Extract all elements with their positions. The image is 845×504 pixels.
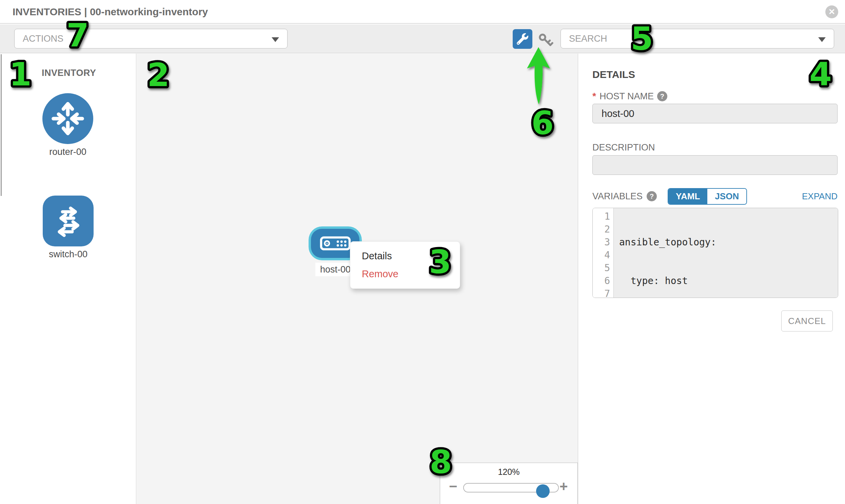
line-number: 5 bbox=[593, 262, 610, 274]
router-icon bbox=[42, 93, 93, 144]
page-title: INVENTORIES | 00-networking-inventory bbox=[13, 0, 208, 24]
help-icon[interactable]: ? bbox=[657, 91, 667, 101]
line-number: 6 bbox=[593, 274, 610, 287]
line-number: 4 bbox=[593, 249, 610, 262]
sidebar-item-label: router-00 bbox=[42, 147, 93, 157]
key-button[interactable] bbox=[537, 32, 554, 49]
description-input[interactable] bbox=[592, 155, 838, 175]
search-dropdown-label: SEARCH bbox=[569, 34, 607, 44]
line-number: 1 bbox=[593, 210, 610, 223]
description-label-row: DESCRIPTION bbox=[592, 142, 655, 153]
zoom-slider-row: − + bbox=[440, 480, 578, 496]
sidebar-item-router-00[interactable]: router-00 bbox=[42, 93, 93, 157]
zoom-slider-thumb[interactable] bbox=[536, 484, 550, 498]
editor-gutter: 1 2 3 4 5 6 7 bbox=[593, 208, 614, 298]
code-line: ansible_topology: bbox=[619, 236, 838, 249]
zoom-out-button[interactable]: − bbox=[449, 478, 457, 494]
topology-canvas[interactable]: host-00 Details Remove 120% − + bbox=[137, 54, 578, 504]
wrench-icon bbox=[517, 33, 528, 45]
inventory-sidebar: INVENTORY router-00 bbox=[0, 54, 136, 504]
switch-icon bbox=[43, 196, 93, 247]
description-label: DESCRIPTION bbox=[592, 142, 655, 153]
code-line: type: host bbox=[619, 274, 838, 287]
inventory-heading: INVENTORY bbox=[42, 68, 96, 78]
yaml-toggle-button[interactable]: YAML bbox=[668, 189, 707, 204]
line-number: 7 bbox=[593, 287, 610, 298]
search-dropdown[interactable]: SEARCH bbox=[561, 29, 834, 49]
variables-row: VARIABLES ? YAML JSON EXPAND bbox=[592, 188, 838, 204]
key-icon bbox=[538, 32, 554, 49]
json-toggle-button[interactable]: JSON bbox=[707, 189, 746, 204]
menu-item-details[interactable]: Details bbox=[350, 247, 460, 265]
sidebar-item-switch-00[interactable]: switch-00 bbox=[43, 196, 93, 259]
required-marker: * bbox=[592, 91, 596, 102]
header: INVENTORIES | 00-networking-inventory ✕ bbox=[0, 0, 845, 24]
host-icon bbox=[320, 236, 351, 251]
line-number: 3 bbox=[593, 236, 610, 249]
menu-item-remove[interactable]: Remove bbox=[350, 265, 460, 283]
chevron-down-icon bbox=[271, 37, 279, 42]
host-name-input[interactable] bbox=[592, 104, 838, 123]
host-name-label: HOST NAME bbox=[599, 91, 654, 102]
variables-editor[interactable]: 1 2 3 4 5 6 7 ansible_topology: type: ho… bbox=[592, 208, 838, 298]
actions-dropdown[interactable]: ACTIONS bbox=[14, 29, 287, 49]
help-icon[interactable]: ? bbox=[647, 191, 657, 201]
zoom-slider-track[interactable] bbox=[463, 483, 559, 492]
host-node-label: host-00 bbox=[315, 263, 355, 276]
sidebar-edge-line bbox=[1, 54, 2, 196]
close-icon: ✕ bbox=[828, 7, 835, 16]
line-number: 2 bbox=[593, 223, 610, 236]
zoom-control: 120% − + bbox=[440, 463, 578, 504]
sidebar-item-label: switch-00 bbox=[43, 249, 93, 259]
chevron-down-icon bbox=[818, 37, 826, 42]
node-context-menu: Details Remove bbox=[350, 241, 460, 289]
format-toggle: YAML JSON bbox=[668, 188, 747, 205]
zoom-level: 120% bbox=[440, 467, 578, 477]
close-button[interactable]: ✕ bbox=[825, 5, 838, 18]
cancel-button[interactable]: CANCEL bbox=[781, 310, 833, 331]
variables-label: VARIABLES bbox=[592, 191, 642, 202]
editor-code[interactable]: ansible_topology: type: host name: host-… bbox=[614, 208, 838, 298]
toolbar: ACTIONS SEARCH bbox=[0, 24, 845, 53]
host-name-label-row: * HOST NAME ? bbox=[592, 91, 667, 102]
zoom-in-button[interactable]: + bbox=[560, 478, 568, 494]
expand-link[interactable]: EXPAND bbox=[802, 191, 838, 202]
details-panel: DETAILS * HOST NAME ? DESCRIPTION VARIAB… bbox=[579, 54, 845, 504]
tools-button[interactable] bbox=[513, 29, 532, 49]
actions-dropdown-label: ACTIONS bbox=[23, 34, 64, 44]
details-heading: DETAILS bbox=[592, 69, 635, 80]
